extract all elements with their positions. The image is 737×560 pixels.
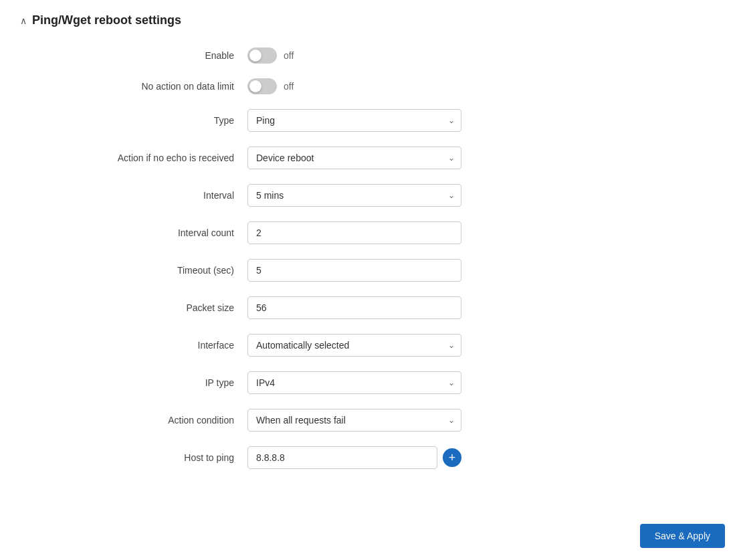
- timeout-input[interactable]: [247, 259, 461, 282]
- interval-select[interactable]: 1 min 2 mins 5 mins 10 mins 15 mins 30 m…: [247, 184, 461, 207]
- no-action-label: No action on data limit: [20, 81, 247, 92]
- action-no-echo-select[interactable]: Device reboot Restart interface None: [247, 147, 461, 169]
- action-no-echo-label: Action if no echo is received: [20, 153, 247, 163]
- interval-count-input[interactable]: [247, 221, 461, 244]
- no-action-row: No action on data limit off: [20, 78, 555, 94]
- timeout-control: [247, 259, 461, 282]
- ip-type-control: IPv4 IPv6 ⌄: [247, 371, 461, 394]
- enable-toggle-container: off: [247, 48, 461, 64]
- no-action-toggle-thumb: [249, 80, 261, 92]
- timeout-label: Timeout (sec): [20, 265, 247, 276]
- enable-control: off: [247, 48, 461, 64]
- enable-toggle[interactable]: [247, 48, 277, 64]
- interval-label: Interval: [20, 190, 247, 201]
- collapse-icon[interactable]: ∧: [20, 15, 27, 26]
- interval-count-control: [247, 221, 461, 244]
- enable-status: off: [284, 50, 294, 61]
- action-no-echo-select-wrapper: Device reboot Restart interface None ⌄: [247, 147, 461, 169]
- type-select-wrapper: Ping Wget ⌄: [247, 109, 461, 132]
- enable-toggle-track: [247, 48, 277, 64]
- ip-type-select-wrapper: IPv4 IPv6 ⌄: [247, 371, 461, 394]
- section-header: ∧ Ping/Wget reboot settings: [20, 13, 717, 27]
- type-label: Type: [20, 115, 247, 126]
- section-title: Ping/Wget reboot settings: [32, 13, 181, 27]
- ip-type-select[interactable]: IPv4 IPv6: [247, 371, 461, 394]
- interval-row: Interval 1 min 2 mins 5 mins 10 mins 15 …: [20, 184, 555, 207]
- interface-select[interactable]: Automatically selected eth0 wlan0: [247, 334, 461, 357]
- interface-label: Interface: [20, 340, 247, 351]
- interface-control: Automatically selected eth0 wlan0 ⌄: [247, 334, 461, 357]
- interval-count-label: Interval count: [20, 227, 247, 238]
- host-to-ping-label: Host to ping: [20, 452, 247, 463]
- type-row: Type Ping Wget ⌄: [20, 109, 555, 132]
- ip-type-label: IP type: [20, 377, 247, 388]
- interval-count-row: Interval count: [20, 221, 555, 244]
- packet-size-input[interactable]: [247, 296, 461, 319]
- interface-row: Interface Automatically selected eth0 wl…: [20, 334, 555, 357]
- packet-size-label: Packet size: [20, 302, 247, 313]
- ip-type-row: IP type IPv4 IPv6 ⌄: [20, 371, 555, 394]
- host-row: +: [247, 446, 461, 469]
- action-condition-label: Action condition: [20, 415, 247, 426]
- type-select[interactable]: Ping Wget: [247, 109, 461, 132]
- action-no-echo-control: Device reboot Restart interface None ⌄: [247, 147, 461, 169]
- packet-size-control: [247, 296, 461, 319]
- enable-row: Enable off: [20, 48, 555, 64]
- save-apply-button[interactable]: Save & Apply: [640, 524, 725, 548]
- no-action-status: off: [284, 81, 294, 92]
- enable-label: Enable: [20, 50, 247, 61]
- timeout-row: Timeout (sec): [20, 259, 555, 282]
- add-host-button[interactable]: +: [443, 448, 461, 467]
- action-condition-row: Action condition When all requests fail …: [20, 409, 555, 432]
- no-action-toggle-container: off: [247, 78, 461, 94]
- no-action-toggle-track: [247, 78, 277, 94]
- enable-toggle-thumb: [249, 50, 261, 62]
- host-to-ping-input[interactable]: [247, 446, 437, 469]
- interval-control: 1 min 2 mins 5 mins 10 mins 15 mins 30 m…: [247, 184, 461, 207]
- host-to-ping-control: +: [247, 446, 461, 469]
- type-control: Ping Wget ⌄: [247, 109, 461, 132]
- action-condition-select[interactable]: When all requests fail When at least one…: [247, 409, 461, 432]
- host-to-ping-row: Host to ping +: [20, 446, 555, 469]
- no-action-control: off: [247, 78, 461, 94]
- packet-size-row: Packet size: [20, 296, 555, 319]
- page-container: ∧ Ping/Wget reboot settings Enable off N…: [0, 0, 737, 497]
- action-condition-select-wrapper: When all requests fail When at least one…: [247, 409, 461, 432]
- no-action-toggle[interactable]: [247, 78, 277, 94]
- action-no-echo-row: Action if no echo is received Device reb…: [20, 147, 555, 169]
- interface-select-wrapper: Automatically selected eth0 wlan0 ⌄: [247, 334, 461, 357]
- interval-select-wrapper: 1 min 2 mins 5 mins 10 mins 15 mins 30 m…: [247, 184, 461, 207]
- action-condition-control: When all requests fail When at least one…: [247, 409, 461, 432]
